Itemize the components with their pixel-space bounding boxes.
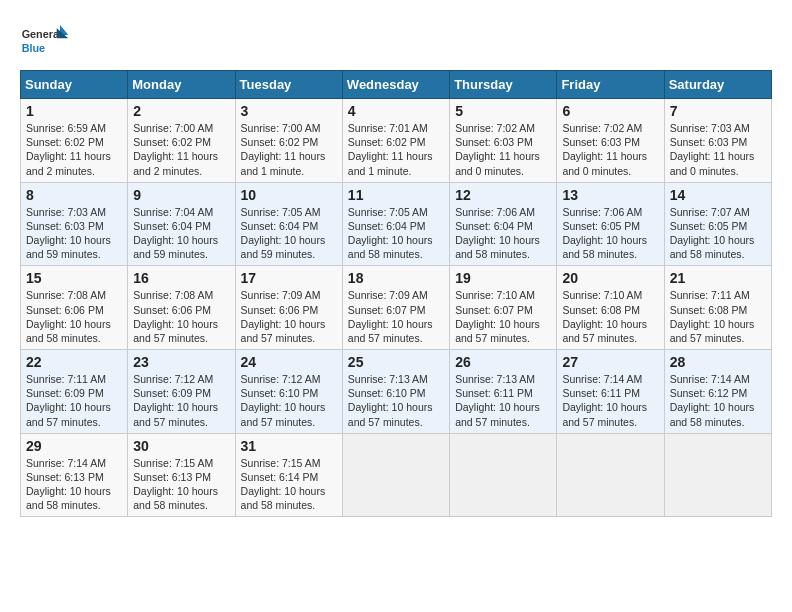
day-number: 31 <box>241 438 337 454</box>
day-info: Sunrise: 7:06 AM Sunset: 6:04 PM Dayligh… <box>455 205 551 262</box>
weekday-header-saturday: Saturday <box>664 71 771 99</box>
day-info: Sunrise: 7:13 AM Sunset: 6:10 PM Dayligh… <box>348 372 444 429</box>
day-info: Sunrise: 7:10 AM Sunset: 6:08 PM Dayligh… <box>562 288 658 345</box>
calendar-cell: 30Sunrise: 7:15 AM Sunset: 6:13 PM Dayli… <box>128 433 235 517</box>
calendar-cell: 20Sunrise: 7:10 AM Sunset: 6:08 PM Dayli… <box>557 266 664 350</box>
day-number: 22 <box>26 354 122 370</box>
day-info: Sunrise: 7:13 AM Sunset: 6:11 PM Dayligh… <box>455 372 551 429</box>
calendar-cell: 31Sunrise: 7:15 AM Sunset: 6:14 PM Dayli… <box>235 433 342 517</box>
calendar-cell: 25Sunrise: 7:13 AM Sunset: 6:10 PM Dayli… <box>342 350 449 434</box>
day-number: 8 <box>26 187 122 203</box>
calendar-cell: 27Sunrise: 7:14 AM Sunset: 6:11 PM Dayli… <box>557 350 664 434</box>
day-info: Sunrise: 7:05 AM Sunset: 6:04 PM Dayligh… <box>241 205 337 262</box>
day-number: 1 <box>26 103 122 119</box>
weekday-header-monday: Monday <box>128 71 235 99</box>
calendar-cell: 5Sunrise: 7:02 AM Sunset: 6:03 PM Daylig… <box>450 99 557 183</box>
day-info: Sunrise: 7:11 AM Sunset: 6:08 PM Dayligh… <box>670 288 766 345</box>
svg-text:Blue: Blue <box>22 42 45 54</box>
day-info: Sunrise: 7:12 AM Sunset: 6:10 PM Dayligh… <box>241 372 337 429</box>
day-number: 9 <box>133 187 229 203</box>
day-info: Sunrise: 7:02 AM Sunset: 6:03 PM Dayligh… <box>455 121 551 178</box>
day-number: 29 <box>26 438 122 454</box>
day-info: Sunrise: 7:12 AM Sunset: 6:09 PM Dayligh… <box>133 372 229 429</box>
day-number: 23 <box>133 354 229 370</box>
calendar-cell <box>450 433 557 517</box>
day-info: Sunrise: 7:15 AM Sunset: 6:14 PM Dayligh… <box>241 456 337 513</box>
calendar-header: SundayMondayTuesdayWednesdayThursdayFrid… <box>21 71 772 99</box>
calendar-cell: 2Sunrise: 7:00 AM Sunset: 6:02 PM Daylig… <box>128 99 235 183</box>
day-number: 24 <box>241 354 337 370</box>
calendar-cell: 16Sunrise: 7:08 AM Sunset: 6:06 PM Dayli… <box>128 266 235 350</box>
weekday-header-friday: Friday <box>557 71 664 99</box>
calendar-cell: 12Sunrise: 7:06 AM Sunset: 6:04 PM Dayli… <box>450 182 557 266</box>
calendar-cell: 29Sunrise: 7:14 AM Sunset: 6:13 PM Dayli… <box>21 433 128 517</box>
day-info: Sunrise: 7:10 AM Sunset: 6:07 PM Dayligh… <box>455 288 551 345</box>
day-number: 5 <box>455 103 551 119</box>
day-info: Sunrise: 7:14 AM Sunset: 6:12 PM Dayligh… <box>670 372 766 429</box>
weekday-header-tuesday: Tuesday <box>235 71 342 99</box>
day-number: 27 <box>562 354 658 370</box>
day-number: 14 <box>670 187 766 203</box>
calendar-cell: 10Sunrise: 7:05 AM Sunset: 6:04 PM Dayli… <box>235 182 342 266</box>
calendar-cell: 15Sunrise: 7:08 AM Sunset: 6:06 PM Dayli… <box>21 266 128 350</box>
day-number: 12 <box>455 187 551 203</box>
day-info: Sunrise: 7:09 AM Sunset: 6:07 PM Dayligh… <box>348 288 444 345</box>
day-number: 21 <box>670 270 766 286</box>
weekday-header-thursday: Thursday <box>450 71 557 99</box>
day-info: Sunrise: 7:14 AM Sunset: 6:13 PM Dayligh… <box>26 456 122 513</box>
day-number: 18 <box>348 270 444 286</box>
day-info: Sunrise: 6:59 AM Sunset: 6:02 PM Dayligh… <box>26 121 122 178</box>
calendar-cell: 18Sunrise: 7:09 AM Sunset: 6:07 PM Dayli… <box>342 266 449 350</box>
day-number: 7 <box>670 103 766 119</box>
calendar-cell: 22Sunrise: 7:11 AM Sunset: 6:09 PM Dayli… <box>21 350 128 434</box>
day-info: Sunrise: 7:00 AM Sunset: 6:02 PM Dayligh… <box>241 121 337 178</box>
calendar-cell: 1Sunrise: 6:59 AM Sunset: 6:02 PM Daylig… <box>21 99 128 183</box>
day-number: 6 <box>562 103 658 119</box>
calendar-cell: 9Sunrise: 7:04 AM Sunset: 6:04 PM Daylig… <box>128 182 235 266</box>
day-number: 20 <box>562 270 658 286</box>
day-number: 26 <box>455 354 551 370</box>
day-info: Sunrise: 7:09 AM Sunset: 6:06 PM Dayligh… <box>241 288 337 345</box>
day-number: 17 <box>241 270 337 286</box>
day-info: Sunrise: 7:06 AM Sunset: 6:05 PM Dayligh… <box>562 205 658 262</box>
logo: General Blue <box>20 20 75 60</box>
calendar-cell: 17Sunrise: 7:09 AM Sunset: 6:06 PM Dayli… <box>235 266 342 350</box>
calendar-cell: 11Sunrise: 7:05 AM Sunset: 6:04 PM Dayli… <box>342 182 449 266</box>
day-info: Sunrise: 7:07 AM Sunset: 6:05 PM Dayligh… <box>670 205 766 262</box>
calendar-cell: 7Sunrise: 7:03 AM Sunset: 6:03 PM Daylig… <box>664 99 771 183</box>
calendar-cell: 23Sunrise: 7:12 AM Sunset: 6:09 PM Dayli… <box>128 350 235 434</box>
day-info: Sunrise: 7:15 AM Sunset: 6:13 PM Dayligh… <box>133 456 229 513</box>
calendar-week-1: 1Sunrise: 6:59 AM Sunset: 6:02 PM Daylig… <box>21 99 772 183</box>
day-number: 25 <box>348 354 444 370</box>
weekday-header-sunday: Sunday <box>21 71 128 99</box>
day-info: Sunrise: 7:02 AM Sunset: 6:03 PM Dayligh… <box>562 121 658 178</box>
day-number: 3 <box>241 103 337 119</box>
calendar-cell: 3Sunrise: 7:00 AM Sunset: 6:02 PM Daylig… <box>235 99 342 183</box>
day-number: 16 <box>133 270 229 286</box>
day-number: 2 <box>133 103 229 119</box>
calendar-week-3: 15Sunrise: 7:08 AM Sunset: 6:06 PM Dayli… <box>21 266 772 350</box>
day-info: Sunrise: 7:08 AM Sunset: 6:06 PM Dayligh… <box>26 288 122 345</box>
day-info: Sunrise: 7:14 AM Sunset: 6:11 PM Dayligh… <box>562 372 658 429</box>
calendar-cell <box>557 433 664 517</box>
day-info: Sunrise: 7:08 AM Sunset: 6:06 PM Dayligh… <box>133 288 229 345</box>
day-number: 15 <box>26 270 122 286</box>
calendar-body: 1Sunrise: 6:59 AM Sunset: 6:02 PM Daylig… <box>21 99 772 517</box>
day-info: Sunrise: 7:04 AM Sunset: 6:04 PM Dayligh… <box>133 205 229 262</box>
weekday-header-wednesday: Wednesday <box>342 71 449 99</box>
day-number: 19 <box>455 270 551 286</box>
calendar-cell: 8Sunrise: 7:03 AM Sunset: 6:03 PM Daylig… <box>21 182 128 266</box>
calendar-cell <box>664 433 771 517</box>
calendar-cell <box>342 433 449 517</box>
calendar-cell: 26Sunrise: 7:13 AM Sunset: 6:11 PM Dayli… <box>450 350 557 434</box>
weekday-row: SundayMondayTuesdayWednesdayThursdayFrid… <box>21 71 772 99</box>
calendar-cell: 14Sunrise: 7:07 AM Sunset: 6:05 PM Dayli… <box>664 182 771 266</box>
day-number: 30 <box>133 438 229 454</box>
day-number: 10 <box>241 187 337 203</box>
day-number: 13 <box>562 187 658 203</box>
calendar-cell: 21Sunrise: 7:11 AM Sunset: 6:08 PM Dayli… <box>664 266 771 350</box>
day-number: 28 <box>670 354 766 370</box>
page-header: General Blue <box>20 20 772 60</box>
calendar-cell: 24Sunrise: 7:12 AM Sunset: 6:10 PM Dayli… <box>235 350 342 434</box>
day-info: Sunrise: 7:05 AM Sunset: 6:04 PM Dayligh… <box>348 205 444 262</box>
